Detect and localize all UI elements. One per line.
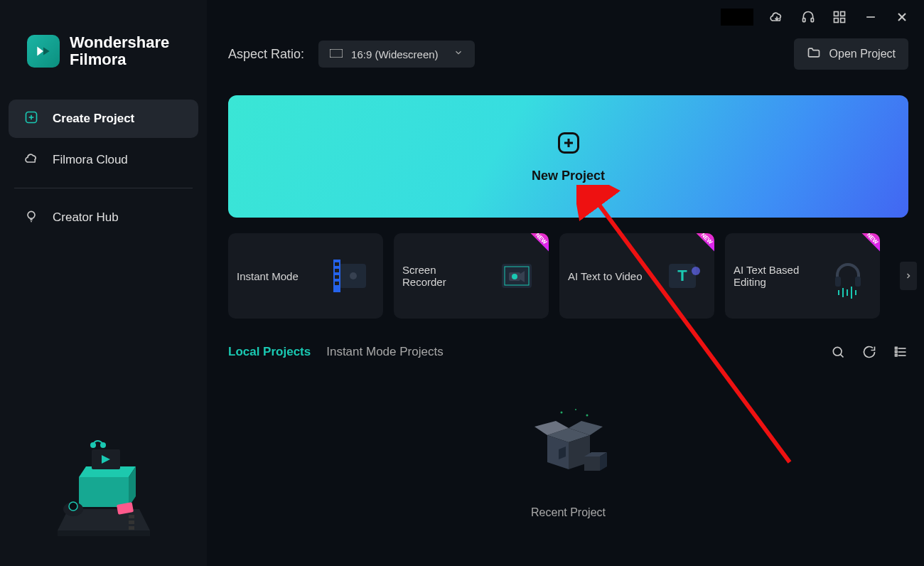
brand-line1: Wondershare <box>70 34 169 51</box>
svg-rect-23 <box>811 18 813 22</box>
logo-icon <box>27 35 60 68</box>
tab-instant-mode-projects[interactable]: Instant Mode Projects <box>326 345 443 359</box>
svg-rect-38 <box>335 269 339 272</box>
mode-screen-recorder[interactable]: Screen Recorder NEW <box>394 233 549 319</box>
svg-rect-62 <box>896 347 898 349</box>
svg-rect-27 <box>841 18 845 23</box>
svg-rect-8 <box>129 515 134 518</box>
lightbulb-icon <box>24 209 38 226</box>
svg-point-17 <box>69 502 77 511</box>
widescreen-icon <box>330 48 343 60</box>
list-view-icon[interactable] <box>893 344 908 360</box>
tabs-actions <box>830 344 908 360</box>
svg-point-45 <box>512 274 517 279</box>
empty-box-icon <box>526 407 611 485</box>
aspect-ratio-select[interactable]: 16:9 (Widescreen) <box>318 41 475 68</box>
svg-rect-10 <box>129 526 134 530</box>
svg-text:T: T <box>677 267 687 284</box>
content: Aspect Ratio: 16:9 (Widescreen) Open Pro… <box>207 28 924 566</box>
mode-label: AI Text Based Editing <box>734 264 812 288</box>
svg-rect-24 <box>834 12 839 16</box>
new-project-label: New Project <box>532 169 605 183</box>
open-project-button[interactable]: Open Project <box>794 38 908 70</box>
svg-point-20 <box>100 442 106 448</box>
plus-square-icon <box>556 130 581 159</box>
svg-rect-64 <box>896 354 898 356</box>
apps-icon[interactable] <box>832 9 847 25</box>
close-button[interactable] <box>894 9 910 25</box>
mode-ai-text-based-editing[interactable]: AI Text Based Editing NEW <box>725 233 880 319</box>
svg-rect-39 <box>335 275 339 279</box>
sidebar-item-label: Create Project <box>53 112 134 126</box>
search-icon[interactable] <box>830 344 846 360</box>
svg-point-3 <box>28 212 35 219</box>
top-row: Aspect Ratio: 16:9 (Widescreen) Open Pro… <box>228 38 908 70</box>
mode-ai-text-to-video[interactable]: AI Text to Video T NEW <box>559 233 714 319</box>
brand-line2: Filmora <box>70 51 169 68</box>
project-tabs: Local Projects Instant Mode Projects <box>228 344 908 360</box>
sidebar-illustration <box>9 395 198 552</box>
svg-rect-31 <box>330 49 343 58</box>
svg-rect-74 <box>584 456 600 471</box>
svg-rect-63 <box>896 351 898 353</box>
svg-point-41 <box>350 272 357 279</box>
new-project-button[interactable]: New Project <box>228 95 908 218</box>
sidebar-item-create-project[interactable]: Create Project <box>9 100 198 138</box>
headset-icon[interactable] <box>800 9 816 25</box>
app-logo: Wondershare Filmora <box>9 34 198 68</box>
folder-icon <box>807 46 821 63</box>
account-slot[interactable] <box>721 9 753 26</box>
aspect-ratio-value: 16:9 (Widescreen) <box>351 48 439 60</box>
svg-rect-9 <box>129 520 134 524</box>
open-project-label: Open Project <box>829 48 896 60</box>
svg-rect-51 <box>855 277 861 287</box>
sidebar-divider <box>14 188 193 188</box>
chevron-down-icon <box>453 48 463 60</box>
svg-rect-22 <box>803 18 805 22</box>
modes-row: Instant Mode Screen Recorder NEW AI Text… <box>228 233 908 319</box>
refresh-icon[interactable] <box>861 344 877 360</box>
svg-rect-37 <box>335 262 339 266</box>
mode-label: AI Text to Video <box>568 270 643 282</box>
main-area: Aspect Ratio: 16:9 (Widescreen) Open Pro… <box>207 0 924 566</box>
svg-rect-25 <box>841 12 845 16</box>
cloud-download-icon[interactable] <box>769 9 785 25</box>
recent-project-label: Recent Project <box>531 506 606 519</box>
svg-point-49 <box>692 267 700 275</box>
logo-text: Wondershare Filmora <box>70 34 169 68</box>
svg-marker-7 <box>58 530 150 536</box>
svg-point-66 <box>575 409 576 410</box>
svg-line-58 <box>840 354 843 357</box>
svg-rect-50 <box>835 277 841 287</box>
sidebar-item-creator-hub[interactable]: Creator Hub <box>9 198 198 237</box>
mode-label: Instant Mode <box>237 270 299 282</box>
plus-square-icon <box>24 110 38 127</box>
sidebar-item-filmora-cloud[interactable]: Filmora Cloud <box>9 141 198 179</box>
sidebar-item-label: Filmora Cloud <box>53 153 128 167</box>
recent-projects-empty: Recent Project <box>228 374 908 552</box>
svg-point-19 <box>90 442 96 448</box>
modes-next-button[interactable] <box>900 262 917 290</box>
sidebar: Wondershare Filmora Create Project Filmo… <box>0 0 207 566</box>
new-badge: NEW <box>523 233 549 259</box>
svg-point-57 <box>833 347 842 356</box>
cloud-icon <box>24 151 38 169</box>
svg-point-65 <box>560 412 562 414</box>
mode-instant-mode[interactable]: Instant Mode <box>228 233 383 319</box>
mode-label: Screen Recorder <box>402 264 480 288</box>
svg-rect-11 <box>79 477 129 507</box>
aspect-ratio-label: Aspect Ratio: <box>228 47 304 62</box>
titlebar <box>207 0 924 28</box>
film-reel-icon <box>326 251 376 301</box>
new-badge: NEW <box>689 233 714 259</box>
svg-rect-40 <box>335 282 339 285</box>
sidebar-item-label: Creator Hub <box>53 210 119 225</box>
new-badge: NEW <box>854 233 880 259</box>
svg-rect-26 <box>834 18 839 23</box>
svg-point-67 <box>586 415 588 417</box>
tab-local-projects[interactable]: Local Projects <box>228 345 311 359</box>
minimize-button[interactable] <box>863 9 879 25</box>
